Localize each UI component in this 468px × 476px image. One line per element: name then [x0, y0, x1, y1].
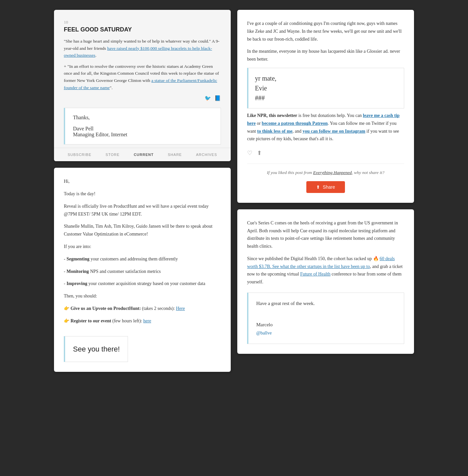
share-icon-btn: ⬆: [316, 184, 320, 190]
sig-handle: @ballve: [256, 329, 396, 337]
patron-strong: become a patron through Patreon: [262, 121, 328, 126]
share-button[interactable]: ⬆ Share: [306, 181, 345, 193]
here-link-2[interactable]: here: [143, 318, 151, 323]
bullet1: - Segmenting your customers and addressi…: [64, 255, 221, 263]
marcelo-box: Have a great rest of the week. Marcelo @…: [247, 293, 404, 344]
cue-para2: Since we published the Digital Health 15…: [247, 255, 404, 286]
nav-subscribe[interactable]: SUBSCRIBE: [68, 153, 92, 157]
para1-end: .: [95, 53, 96, 58]
evie-line2: Evie: [255, 83, 397, 93]
bullet3: - Improving your customer acquisition st…: [64, 280, 221, 288]
instagram-strong: you can follow me on Instagram: [303, 129, 366, 134]
article-number: 10: [64, 20, 221, 25]
today-line: Today is the day!: [64, 190, 221, 198]
panel-right-bottom: Cue's Series C comes on the heels of rec…: [237, 209, 414, 354]
share-prompt-text: If you liked this post from Everything H…: [267, 170, 385, 175]
facebook-icon[interactable]: 📘: [214, 95, 221, 101]
cue-para1: Cue's Series C comes on the heels of rec…: [247, 219, 404, 250]
cta2: 👉 Register to our event (few hours left)…: [64, 317, 221, 325]
panel-left-bottom: Hi, Today is the day! Reveal is official…: [54, 168, 231, 372]
right-body-top: I've got a couple of air conditioning gu…: [247, 20, 404, 193]
email-body: Hi, Today is the day! Reveal is official…: [64, 178, 221, 362]
then-line: Then, you should:: [64, 292, 221, 300]
cta1: 👉 Give us an Upvote on ProductHunt: (tak…: [64, 305, 221, 313]
share-prompt: If you liked this post from Everything H…: [247, 169, 404, 177]
register-label: Register to our event: [71, 318, 111, 323]
think-less-link[interactable]: to think less of me: [257, 129, 293, 134]
heart-icon[interactable]: ♡: [247, 148, 252, 158]
into-line: If you are into:: [64, 243, 221, 251]
everything-happened-link[interactable]: Everything Happened: [313, 170, 352, 175]
think-less-strong: to think less of me: [257, 129, 293, 134]
article-title: FEEL GOOD SATURDAY: [64, 26, 221, 33]
npr-bold: Like NPR, this newsletter: [247, 113, 297, 118]
action-bar: ♡ ⬆: [247, 148, 404, 158]
para2-end: ".: [110, 85, 113, 90]
signature-title: Managing Editor, Internet: [73, 132, 213, 138]
article-body-2: + "In an effort to resolve the controver…: [64, 63, 221, 91]
upvote-label: Give us an Upvote on ProductHunt:: [71, 306, 141, 311]
signature-thanks: Thanks,: [73, 115, 213, 121]
signature-name: Dave Pell: [73, 126, 213, 132]
article-content: 10 FEEL GOOD SATURDAY "She has a huge he…: [54, 10, 231, 148]
share-btn-wrap: ⬆ Share: [247, 181, 404, 193]
evie-sig-box: yr mate, Evie ###: [247, 68, 404, 108]
closing-line: Have a great rest of the week.: [256, 299, 396, 308]
para2-start: Since we published the Digital Health 15…: [247, 256, 380, 261]
nav-bar: SUBSCRIBE STORE CURRENT SHARE ARCHIVES: [54, 148, 231, 161]
signature-box: Thanks, Dave Pell Managing Editor, Inter…: [64, 108, 221, 144]
share-btn-label: Share: [323, 184, 335, 190]
panel-left-top: 10 FEEL GOOD SATURDAY "She has a huge he…: [54, 10, 231, 161]
segment-bold: Segmenting: [66, 257, 89, 261]
npr-para: Like NPR, this newsletter is free but do…: [247, 112, 404, 143]
nav-current[interactable]: CURRENT: [134, 153, 154, 157]
nav-archives[interactable]: ARCHIVES: [196, 153, 217, 157]
divider: [247, 163, 404, 164]
bullet2: - Monitoring NPS and customer satisfacti…: [64, 268, 221, 276]
nav-store[interactable]: STORE: [106, 153, 120, 157]
nav-share[interactable]: SHARE: [168, 153, 182, 157]
meantime-text: In the meantime, everyone in my house ha…: [247, 49, 389, 54]
monitoring-bold: Monitoring: [66, 269, 89, 274]
main-layout: 10 FEEL GOOD SATURDAY "She has a huge he…: [54, 10, 414, 372]
patron-link[interactable]: become a patron through Patreon: [262, 121, 328, 126]
meantime-para: In the meantime, everyone in my house ha…: [247, 48, 404, 63]
greeting: Hi,: [64, 178, 221, 185]
right-column: I've got a couple of air conditioning gu…: [237, 10, 414, 372]
ac-para: I've got a couple of air conditioning gu…: [247, 20, 404, 43]
article-body-1: "She has a huge heart and simply wanted …: [64, 38, 221, 59]
share-icon[interactable]: ⬆: [257, 148, 262, 158]
speakers-line: Shanelle Mullin, Tim Ash, Tim Kilroy, Gu…: [64, 222, 221, 238]
instagram-link[interactable]: you can follow me on Instagram: [303, 129, 366, 134]
left-column: 10 FEEL GOOD SATURDAY "She has a huge he…: [54, 10, 231, 372]
twitter-icon[interactable]: 🐦: [205, 95, 211, 101]
sig-name: Marcelo: [256, 321, 396, 329]
bottom-body: Cue's Series C comes on the heels of rec…: [247, 219, 404, 344]
reveal-line: Reveal is officially live on ProductHunt…: [64, 202, 221, 218]
evie-line3: ###: [255, 93, 397, 103]
see-you-text: See you there!: [73, 345, 120, 353]
evie-line1: yr mate,: [255, 73, 397, 83]
future-health-link[interactable]: Future of Health: [300, 272, 331, 276]
see-you-box: See you there!: [64, 336, 128, 362]
panel-right-top: I've got a couple of air conditioning gu…: [237, 10, 414, 203]
improving-bold: Improving: [66, 281, 87, 286]
here-link-1[interactable]: Here: [176, 306, 185, 311]
